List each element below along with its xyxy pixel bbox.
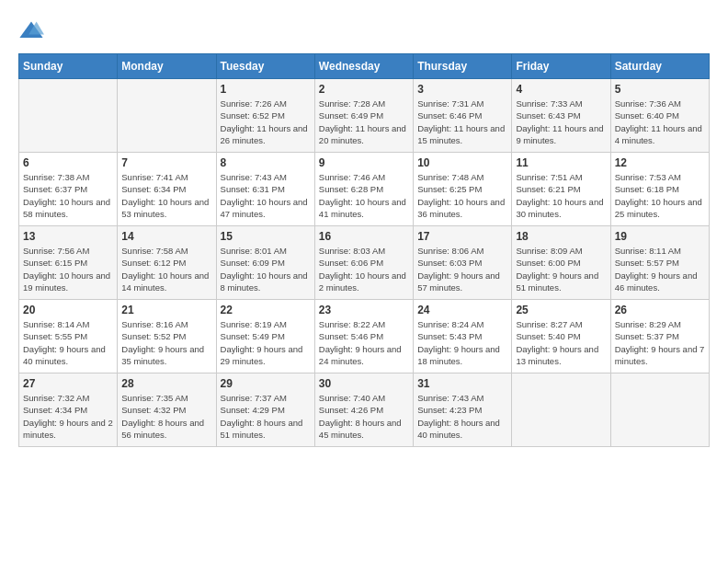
calendar-cell: 29Sunrise: 7:37 AM Sunset: 4:29 PM Dayli… bbox=[216, 373, 314, 447]
day-number: 15 bbox=[221, 230, 311, 243]
day-header-friday: Friday bbox=[512, 54, 610, 79]
day-info: Sunrise: 7:28 AM Sunset: 6:49 PM Dayligh… bbox=[319, 98, 409, 146]
day-header-saturday: Saturday bbox=[610, 54, 709, 79]
day-info: Sunrise: 7:40 AM Sunset: 4:26 PM Dayligh… bbox=[319, 392, 409, 441]
day-info: Sunrise: 8:16 AM Sunset: 5:52 PM Dayligh… bbox=[121, 318, 211, 367]
day-number: 2 bbox=[319, 83, 409, 96]
day-number: 23 bbox=[319, 304, 409, 316]
day-number: 28 bbox=[121, 377, 211, 390]
day-info: Sunrise: 8:01 AM Sunset: 6:09 PM Dayligh… bbox=[221, 245, 311, 293]
day-header-tuesday: Tuesday bbox=[216, 54, 314, 79]
calendar-cell: 15Sunrise: 8:01 AM Sunset: 6:09 PM Dayli… bbox=[216, 226, 314, 300]
day-number: 30 bbox=[319, 377, 409, 390]
day-number: 14 bbox=[121, 230, 211, 243]
day-info: Sunrise: 7:58 AM Sunset: 6:12 PM Dayligh… bbox=[121, 245, 211, 293]
day-number: 1 bbox=[221, 83, 311, 96]
calendar-cell bbox=[118, 79, 216, 153]
day-info: Sunrise: 7:33 AM Sunset: 6:43 PM Dayligh… bbox=[516, 98, 606, 146]
calendar-cell: 14Sunrise: 7:58 AM Sunset: 6:12 PM Dayli… bbox=[118, 226, 216, 300]
day-info: Sunrise: 8:03 AM Sunset: 6:06 PM Dayligh… bbox=[319, 245, 409, 293]
day-number: 17 bbox=[417, 230, 507, 243]
day-info: Sunrise: 8:27 AM Sunset: 5:40 PM Dayligh… bbox=[516, 318, 606, 367]
calendar-cell bbox=[610, 373, 709, 447]
day-info: Sunrise: 8:19 AM Sunset: 5:49 PM Dayligh… bbox=[221, 318, 311, 367]
day-number: 26 bbox=[615, 304, 705, 316]
calendar-cell: 10Sunrise: 7:48 AM Sunset: 6:25 PM Dayli… bbox=[414, 153, 512, 226]
logo-icon bbox=[18, 18, 44, 44]
calendar-cell: 1Sunrise: 7:26 AM Sunset: 6:52 PM Daylig… bbox=[216, 79, 314, 153]
day-number: 4 bbox=[516, 83, 606, 96]
calendar-cell: 5Sunrise: 7:36 AM Sunset: 6:40 PM Daylig… bbox=[610, 79, 709, 153]
day-info: Sunrise: 7:43 AM Sunset: 6:31 PM Dayligh… bbox=[221, 171, 311, 220]
day-info: Sunrise: 7:41 AM Sunset: 6:34 PM Dayligh… bbox=[121, 171, 211, 220]
day-info: Sunrise: 7:56 AM Sunset: 6:15 PM Dayligh… bbox=[23, 245, 113, 293]
day-number: 16 bbox=[319, 230, 409, 243]
calendar-cell: 21Sunrise: 8:16 AM Sunset: 5:52 PM Dayli… bbox=[118, 300, 216, 373]
day-info: Sunrise: 7:51 AM Sunset: 6:21 PM Dayligh… bbox=[516, 171, 606, 220]
day-info: Sunrise: 7:46 AM Sunset: 6:28 PM Dayligh… bbox=[319, 171, 409, 220]
calendar-cell: 11Sunrise: 7:51 AM Sunset: 6:21 PM Dayli… bbox=[512, 153, 610, 226]
day-info: Sunrise: 8:29 AM Sunset: 5:37 PM Dayligh… bbox=[615, 318, 705, 367]
day-number: 5 bbox=[615, 83, 705, 96]
day-number: 27 bbox=[23, 377, 113, 390]
week-row-5: 27Sunrise: 7:32 AM Sunset: 4:34 PM Dayli… bbox=[19, 373, 710, 447]
day-number: 31 bbox=[417, 377, 507, 390]
day-info: Sunrise: 8:24 AM Sunset: 5:43 PM Dayligh… bbox=[417, 318, 507, 367]
day-number: 3 bbox=[417, 83, 507, 96]
day-number: 7 bbox=[121, 156, 211, 169]
logo bbox=[18, 18, 48, 44]
calendar-cell: 17Sunrise: 8:06 AM Sunset: 6:03 PM Dayli… bbox=[414, 226, 512, 300]
day-number: 11 bbox=[516, 156, 606, 169]
day-info: Sunrise: 8:09 AM Sunset: 6:00 PM Dayligh… bbox=[516, 245, 606, 293]
calendar-cell: 13Sunrise: 7:56 AM Sunset: 6:15 PM Dayli… bbox=[19, 226, 118, 300]
calendar-cell: 28Sunrise: 7:35 AM Sunset: 4:32 PM Dayli… bbox=[118, 373, 216, 447]
calendar-cell: 30Sunrise: 7:40 AM Sunset: 4:26 PM Dayli… bbox=[314, 373, 413, 447]
calendar-cell bbox=[19, 79, 118, 153]
calendar-cell: 2Sunrise: 7:28 AM Sunset: 6:49 PM Daylig… bbox=[314, 79, 413, 153]
week-row-3: 13Sunrise: 7:56 AM Sunset: 6:15 PM Dayli… bbox=[19, 226, 710, 300]
calendar-cell: 22Sunrise: 8:19 AM Sunset: 5:49 PM Dayli… bbox=[216, 300, 314, 373]
day-info: Sunrise: 7:38 AM Sunset: 6:37 PM Dayligh… bbox=[23, 171, 113, 220]
day-info: Sunrise: 7:26 AM Sunset: 6:52 PM Dayligh… bbox=[221, 98, 311, 146]
calendar-cell: 4Sunrise: 7:33 AM Sunset: 6:43 PM Daylig… bbox=[512, 79, 610, 153]
day-number: 24 bbox=[417, 304, 507, 316]
day-number: 13 bbox=[23, 230, 113, 243]
calendar-cell: 26Sunrise: 8:29 AM Sunset: 5:37 PM Dayli… bbox=[610, 300, 709, 373]
calendar-cell: 6Sunrise: 7:38 AM Sunset: 6:37 PM Daylig… bbox=[19, 153, 118, 226]
day-header-wednesday: Wednesday bbox=[314, 54, 413, 79]
day-info: Sunrise: 7:48 AM Sunset: 6:25 PM Dayligh… bbox=[417, 171, 507, 220]
day-number: 22 bbox=[221, 304, 311, 316]
day-info: Sunrise: 8:14 AM Sunset: 5:55 PM Dayligh… bbox=[23, 318, 113, 367]
day-number: 18 bbox=[516, 230, 606, 243]
day-number: 9 bbox=[319, 156, 409, 169]
day-number: 12 bbox=[615, 156, 705, 169]
day-info: Sunrise: 7:36 AM Sunset: 6:40 PM Dayligh… bbox=[615, 98, 705, 146]
day-info: Sunrise: 7:35 AM Sunset: 4:32 PM Dayligh… bbox=[121, 392, 211, 441]
calendar-cell: 31Sunrise: 7:43 AM Sunset: 4:23 PM Dayli… bbox=[414, 373, 512, 447]
day-info: Sunrise: 8:06 AM Sunset: 6:03 PM Dayligh… bbox=[417, 245, 507, 293]
day-number: 8 bbox=[221, 156, 311, 169]
calendar-cell: 23Sunrise: 8:22 AM Sunset: 5:46 PM Dayli… bbox=[314, 300, 413, 373]
calendar-header-row: SundayMondayTuesdayWednesdayThursdayFrid… bbox=[19, 54, 710, 79]
calendar-cell: 9Sunrise: 7:46 AM Sunset: 6:28 PM Daylig… bbox=[314, 153, 413, 226]
day-header-thursday: Thursday bbox=[414, 54, 512, 79]
calendar-cell: 25Sunrise: 8:27 AM Sunset: 5:40 PM Dayli… bbox=[512, 300, 610, 373]
week-row-2: 6Sunrise: 7:38 AM Sunset: 6:37 PM Daylig… bbox=[19, 153, 710, 226]
day-header-monday: Monday bbox=[118, 54, 216, 79]
day-number: 10 bbox=[417, 156, 507, 169]
calendar-table: SundayMondayTuesdayWednesdayThursdayFrid… bbox=[18, 53, 710, 447]
calendar-cell: 19Sunrise: 8:11 AM Sunset: 5:57 PM Dayli… bbox=[610, 226, 709, 300]
day-number: 6 bbox=[23, 156, 113, 169]
day-info: Sunrise: 7:31 AM Sunset: 6:46 PM Dayligh… bbox=[417, 98, 507, 146]
day-number: 19 bbox=[615, 230, 705, 243]
calendar-cell: 16Sunrise: 8:03 AM Sunset: 6:06 PM Dayli… bbox=[314, 226, 413, 300]
day-info: Sunrise: 8:22 AM Sunset: 5:46 PM Dayligh… bbox=[319, 318, 409, 367]
day-header-sunday: Sunday bbox=[19, 54, 118, 79]
day-info: Sunrise: 7:43 AM Sunset: 4:23 PM Dayligh… bbox=[417, 392, 507, 441]
header bbox=[18, 18, 710, 44]
calendar-cell bbox=[512, 373, 610, 447]
calendar-cell: 18Sunrise: 8:09 AM Sunset: 6:00 PM Dayli… bbox=[512, 226, 610, 300]
day-number: 25 bbox=[516, 304, 606, 316]
calendar-cell: 24Sunrise: 8:24 AM Sunset: 5:43 PM Dayli… bbox=[414, 300, 512, 373]
day-info: Sunrise: 7:32 AM Sunset: 4:34 PM Dayligh… bbox=[23, 392, 113, 441]
